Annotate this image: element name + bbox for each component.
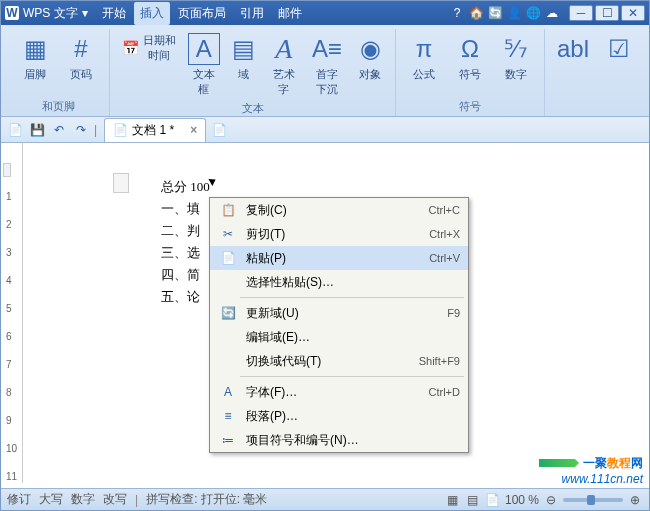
view-btn-3[interactable]: 📄 — [485, 492, 501, 508]
status-bar: 修订大写数字改写 | 拼写检查: 打开位: 毫米 ▦ ▤ 📄 100 % ⊖ ⊕ — [1, 488, 649, 510]
qat-btn-0[interactable]: 📄 — [5, 120, 25, 140]
status-item[interactable]: 数字 — [71, 491, 95, 508]
ribbon-btn-日期和时间[interactable]: 📅日期和时间 — [118, 31, 181, 65]
title-icon-5[interactable]: ☁ — [544, 5, 560, 21]
title-icon-3[interactable]: 👤 — [506, 5, 522, 21]
vertical-ruler[interactable]: 1234567891011 — [1, 143, 23, 483]
quick-access-toolbar: 📄💾↶↷ | 📄 文档 1 * × 📄 — [1, 117, 649, 143]
doc-line[interactable]: 总分 100 — [161, 173, 649, 198]
menu-label: 复制(C) — [246, 202, 429, 219]
view-btn-2[interactable]: ▤ — [465, 492, 481, 508]
watermark-url: www.111cn.net — [562, 472, 643, 486]
menu-item-项目符号和编号(N)…[interactable]: ≔项目符号和编号(N)… — [210, 428, 468, 452]
menu-item-选择性粘贴(S)…[interactable]: 选择性粘贴(S)… — [210, 270, 468, 294]
menu-label: 粘贴(P) — [246, 250, 429, 267]
ribbon-btn-文本框[interactable]: A文本框 — [187, 31, 221, 99]
ribbon-btn-艺术字[interactable]: A艺术字 — [267, 31, 301, 99]
ribbon-btn-数字[interactable]: ⁵⁄₇数字 — [496, 31, 536, 84]
ribbon-btn-▦[interactable]: ▦ — [645, 31, 650, 67]
menu-label: 更新域(U) — [246, 305, 447, 322]
menu-label: 切换域代码(T) — [246, 353, 419, 370]
ribbon-btn-页码[interactable]: #页码 — [61, 31, 101, 84]
menu-icon: ≡ — [218, 408, 238, 424]
doc-icon: 📄 — [113, 123, 128, 137]
ribbon-btn-公式[interactable]: π公式 — [404, 31, 444, 84]
ruler-v-tick: 6 — [6, 331, 12, 342]
menu-tab-3[interactable]: 引用 — [234, 2, 270, 25]
ruler-v-tick: 1 — [6, 191, 12, 202]
menu-tabs: 开始插入页面布局引用邮件 — [96, 2, 308, 25]
ruler-v-tick: 3 — [6, 247, 12, 258]
ribbon-btn-☑[interactable]: ☑ — [599, 31, 639, 67]
ruler-v-tick: 11 — [6, 471, 17, 482]
menu-icon: A — [218, 384, 238, 400]
menu-shortcut: Ctrl+X — [429, 228, 460, 240]
ruler-v-tick: 9 — [6, 415, 12, 426]
app-title: WPS 文字 — [23, 5, 78, 22]
ribbon-btn-符号[interactable]: Ω符号 — [450, 31, 490, 84]
status-item[interactable]: 改写 — [103, 491, 127, 508]
ruler-v-tick: 4 — [6, 275, 12, 286]
menu-icon: ✂ — [218, 226, 238, 242]
menu-tab-0[interactable]: 开始 — [96, 2, 132, 25]
new-tab-button[interactable]: 📄 — [209, 120, 229, 140]
menu-tab-4[interactable]: 邮件 — [272, 2, 308, 25]
zoom-in-button[interactable]: ⊕ — [627, 492, 643, 508]
titlebar: W WPS 文字 ▾ 开始插入页面布局引用邮件 ?🏠🔄👤🌐☁ ─ ☐ ✕ — [1, 1, 649, 25]
status-item[interactable]: 修订 — [7, 491, 31, 508]
menu-icon: ≔ — [218, 432, 238, 448]
title-icon-0[interactable]: ? — [449, 5, 465, 21]
menu-item-编辑域(E)…[interactable]: 编辑域(E)… — [210, 325, 468, 349]
zoom-slider[interactable] — [563, 498, 623, 502]
close-button[interactable]: ✕ — [621, 5, 645, 21]
menu-item-复制(C)[interactable]: 📋复制(C)Ctrl+C — [210, 198, 468, 222]
menu-item-更新域(U)[interactable]: 🔄更新域(U)F9 — [210, 301, 468, 325]
zoom-out-button[interactable]: ⊖ — [543, 492, 559, 508]
ribbon-btn-abl[interactable]: abl — [553, 31, 593, 67]
ribbon-group-label: 窗格 — [553, 97, 650, 116]
menu-tab-2[interactable]: 页面布局 — [172, 2, 232, 25]
menu-item-剪切(T)[interactable]: ✂剪切(T)Ctrl+X — [210, 222, 468, 246]
menu-shortcut: Ctrl+V — [429, 252, 460, 264]
menu-icon: 🔄 — [218, 305, 238, 321]
ruler-v-tick: 7 — [6, 359, 12, 370]
ribbon-btn-对象[interactable]: ◉对象 — [353, 31, 387, 84]
title-icon-2[interactable]: 🔄 — [487, 5, 503, 21]
maximize-button[interactable]: ☐ — [595, 5, 619, 21]
title-icon-4[interactable]: 🌐 — [525, 5, 541, 21]
menu-item-段落(P)…[interactable]: ≡段落(P)… — [210, 404, 468, 428]
ribbon-btn-眉脚[interactable]: ▦眉脚 — [15, 31, 55, 84]
watermark-arrow-icon — [539, 459, 579, 467]
ruler-v-tick: 8 — [6, 387, 12, 398]
title-icon-1[interactable]: 🏠 — [468, 5, 484, 21]
qat-btn-1[interactable]: 💾 — [27, 120, 47, 140]
view-btn-1[interactable]: ▦ — [445, 492, 461, 508]
minimize-button[interactable]: ─ — [569, 5, 593, 21]
menu-shortcut: Ctrl+C — [429, 204, 460, 216]
qat-btn-2[interactable]: ↶ — [49, 120, 69, 140]
menu-tab-1[interactable]: 插入 — [134, 2, 170, 25]
status-spell: 拼写检查: 打开位: 毫米 — [146, 491, 267, 508]
ribbon-btn-域[interactable]: ▤域 — [227, 31, 261, 84]
menu-shortcut: F9 — [447, 307, 460, 319]
qat-btn-3[interactable]: ↷ — [71, 120, 91, 140]
ribbon-btn-首字下沉[interactable]: A≡首字下沉 — [307, 31, 347, 99]
document-tab[interactable]: 📄 文档 1 * × — [104, 118, 206, 142]
ruler-v-tick: 2 — [6, 219, 12, 230]
menu-icon — [218, 274, 238, 290]
menu-icon: 📄 — [218, 250, 238, 266]
ruler-v-tick: 5 — [6, 303, 12, 314]
title-dropdown-icon[interactable]: ▾ — [82, 6, 88, 20]
context-menu: 📋复制(C)Ctrl+C✂剪切(T)Ctrl+X📄粘贴(P)Ctrl+V选择性粘… — [209, 197, 469, 453]
menu-icon — [218, 329, 238, 345]
menu-label: 编辑域(E)… — [246, 329, 460, 346]
menu-label: 段落(P)… — [246, 408, 460, 425]
menu-item-切换域代码(T)[interactable]: 切换域代码(T)Shift+F9 — [210, 349, 468, 373]
menu-shortcut: Ctrl+D — [429, 386, 460, 398]
watermark: 一聚教程网 www.111cn.net — [539, 454, 643, 486]
section-icon — [113, 173, 129, 193]
status-item[interactable]: 大写 — [39, 491, 63, 508]
tab-close-icon[interactable]: × — [190, 123, 197, 137]
menu-item-粘贴(P)[interactable]: 📄粘贴(P)Ctrl+V — [210, 246, 468, 270]
menu-item-字体(F)…[interactable]: A字体(F)…Ctrl+D — [210, 380, 468, 404]
